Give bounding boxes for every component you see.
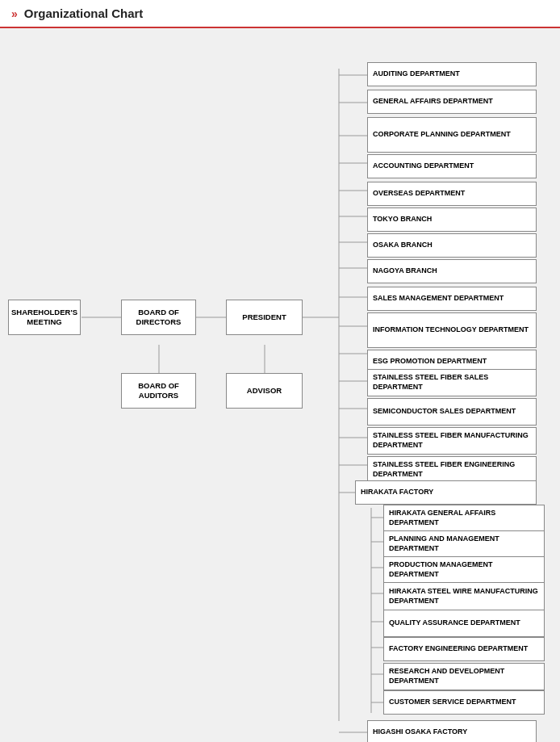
dept-corporate-planning: CORPORATE PLANNING DEPARTMENT: [367, 117, 537, 153]
sub-dept-factory-engineering: FACTORY ENGINEERING DEPARTMENT: [383, 637, 545, 661]
sub-dept-production-mgmt: PRODUCTION MANAGEMENT DEPARTMENT: [383, 556, 545, 584]
header-arrow-icon: »: [11, 7, 18, 20]
board-directors-box: BOARD OF DIRECTORS: [121, 300, 196, 335]
dept-semi-sales: SEMICONDUCTOR SALES DEPARTMENT: [367, 398, 537, 425]
chart-area: SHAREHOLDER'S MEETING BOARD OF DIRECTORS…: [0, 28, 560, 739]
dept-overseas: OVERSEAS DEPARTMENT: [367, 182, 537, 206]
higashi-osaka-factory-box: HIGASHI OSAKA FACTORY: [367, 720, 537, 742]
page-header: » Organizational Chart: [0, 0, 560, 28]
dept-ss-fiber-mfg: STAINLESS STEEL FIBER MANUFACTURING DEPA…: [367, 427, 537, 455]
board-auditors-box: BOARD OF AUDITORS: [121, 373, 196, 409]
page-title: Organizational Chart: [24, 6, 144, 20]
dept-sales-mgmt: SALES MANAGEMENT DEPARTMENT: [367, 287, 537, 311]
sub-dept-customer-service: CUSTOMER SERVICE DEPARTMENT: [383, 690, 545, 715]
president-box: PRESIDENT: [226, 300, 303, 335]
sub-dept-planning-mgmt: PLANNING AND MANAGEMENT DEPARTMENT: [383, 530, 545, 558]
sub-dept-hirakata-steel-wire: HIRAKATA STEEL WIRE MANUFACTURING DEPART…: [383, 582, 545, 611]
dept-ss-fiber-sales: STAINLESS STEEL FIBER SALES DEPARTMENT: [367, 369, 537, 396]
sub-dept-quality-assurance: QUALITY ASSURANCE DEPARTMENT: [383, 610, 545, 637]
dept-osaka: OSAKA BRANCH: [367, 233, 537, 258]
dept-ss-fiber-eng: STAINLESS STEEL FIBER ENGINEERING DEPART…: [367, 456, 537, 484]
dept-tokyo: TOKYO BRANCH: [367, 208, 537, 232]
sub-dept-hirakata-general: HIRAKATA GENERAL AFFAIRS DEPARTMENT: [383, 505, 545, 532]
sub-dept-research-dev: RESEARCH AND DEVELOPMENT DEPARTMENT: [383, 663, 545, 690]
hirakata-factory-box: HIRAKATA FACTORY: [355, 480, 537, 505]
shareholder-box: SHAREHOLDER'S MEETING: [8, 300, 81, 335]
dept-it: INFORMATION TECHNOLOGY DEPARTMENT: [367, 312, 537, 348]
dept-auditing: AUDITING DEPARTMENT: [367, 62, 537, 86]
advisor-box: ADVISOR: [226, 373, 303, 409]
dept-accounting: ACCOUNTING DEPARTMENT: [367, 154, 537, 178]
dept-nagoya: NAGOYA BRANCH: [367, 259, 537, 283]
dept-general-affairs: GENERAL AFFAIRS DEPARTMENT: [367, 90, 537, 114]
